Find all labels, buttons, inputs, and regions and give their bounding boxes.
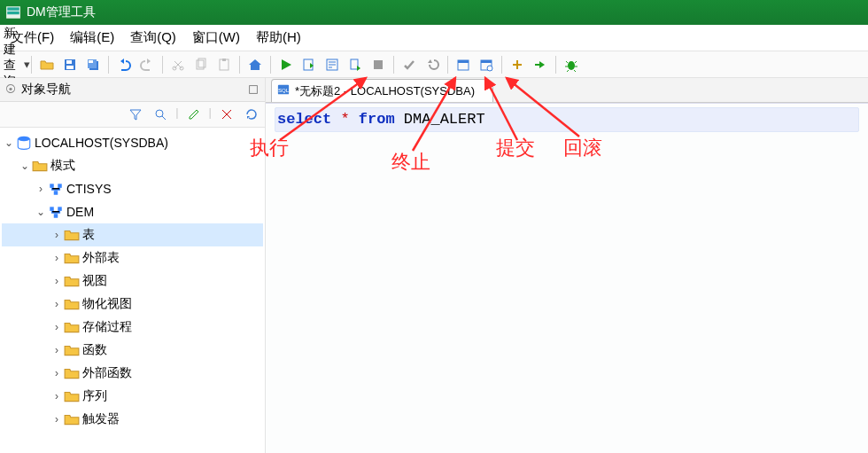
debug-button[interactable] <box>562 56 580 74</box>
editor-tab[interactable]: SQL *无标题2 - LOCALHOST(SYSDBA) <box>271 79 493 102</box>
restore-icon[interactable] <box>247 83 260 96</box>
sidebar-toolbar: | | <box>0 102 265 128</box>
save-button[interactable] <box>61 56 79 74</box>
svg-rect-1 <box>7 7 19 10</box>
svg-point-27 <box>156 110 163 117</box>
refresh-tree-button[interactable] <box>243 105 260 123</box>
svg-rect-2 <box>7 12 19 14</box>
commit-button[interactable] <box>400 56 418 74</box>
tree-dem-child[interactable]: ›存储过程 <box>2 316 263 339</box>
tree-ctisys-label: CTISYS <box>66 182 112 196</box>
pin-icon: ⦿ <box>5 83 16 96</box>
explain-plan-button[interactable] <box>323 56 341 74</box>
folder-icon <box>64 273 80 289</box>
svg-rect-31 <box>54 191 58 195</box>
menu-query[interactable]: 查询(Q) <box>125 26 182 50</box>
rollback-button[interactable] <box>423 56 441 74</box>
tree-dem-child-label: 序列 <box>82 388 107 404</box>
kw-select: select <box>277 111 331 128</box>
paste-button[interactable] <box>215 56 233 74</box>
database-icon <box>16 135 32 151</box>
svg-point-28 <box>18 137 30 142</box>
tree-dem-child-label: 物化视图 <box>82 296 132 312</box>
sidebar-header: ⦿ 对象导航 <box>0 78 265 102</box>
calendar1-button[interactable] <box>454 56 472 74</box>
execute-script-button[interactable] <box>300 56 318 74</box>
edit-tree-button[interactable] <box>185 105 203 123</box>
tree-dem-child[interactable]: ›外部函数 <box>2 362 263 385</box>
tree-root[interactable]: ⌄ LOCALHOST(SYSDBA) <box>2 131 263 154</box>
tree-dem-child[interactable]: ›视图 <box>2 269 263 293</box>
object-tree[interactable]: ⌄ LOCALHOST(SYSDBA) ⌄ 模式 › CTISYS ⌄ DEM … <box>0 128 265 453</box>
svg-point-25 <box>568 61 575 70</box>
svg-rect-6 <box>66 66 74 69</box>
expand-all-button[interactable] <box>218 105 236 123</box>
tree-dem[interactable]: ⌄ DEM <box>2 200 263 223</box>
svg-rect-19 <box>374 60 383 69</box>
sidebar-title: 对象导航 <box>21 82 71 98</box>
tree-schema-group[interactable]: ⌄ 模式 <box>2 154 263 177</box>
schema-icon <box>48 204 64 220</box>
redo-button[interactable] <box>138 56 156 74</box>
svg-point-24 <box>487 66 492 71</box>
search-tree-button[interactable] <box>151 105 169 123</box>
stop-button[interactable] <box>369 56 387 74</box>
svg-rect-34 <box>54 214 58 218</box>
titlebar: DM管理工具 <box>0 0 868 25</box>
app-logo-icon <box>5 4 21 20</box>
folder-icon <box>64 342 80 358</box>
sql-editor[interactable]: select * from DMA_ALERT <box>266 103 868 453</box>
tree-root-label: LOCALHOST(SYSDBA) <box>35 136 168 150</box>
tree-dem-child-label: 存储过程 <box>82 319 132 335</box>
menu-help[interactable]: 帮助(H) <box>251 26 306 50</box>
undo-button[interactable] <box>115 56 133 74</box>
tree-dem-child-label: 视图 <box>82 273 107 289</box>
folder-icon <box>64 365 80 381</box>
app-title: DM管理工具 <box>27 4 96 20</box>
tools1-button[interactable] <box>508 56 526 74</box>
folder-icon <box>64 250 80 266</box>
svg-rect-32 <box>50 207 54 211</box>
svg-rect-9 <box>89 60 93 63</box>
svg-rect-29 <box>50 184 54 188</box>
svg-rect-26 <box>250 86 258 94</box>
folder-icon <box>64 319 80 335</box>
sql-tab-icon: SQL <box>277 83 290 98</box>
tree-dem-child-label: 函数 <box>82 342 107 358</box>
star: * <box>340 111 349 128</box>
tree-dem-child[interactable]: ›表 <box>2 223 263 246</box>
svg-text:SQL: SQL <box>278 87 290 93</box>
execute-button[interactable] <box>277 56 295 74</box>
cut-button[interactable] <box>169 56 187 74</box>
tree-ctisys[interactable]: › CTISYS <box>2 177 263 200</box>
new-query-button[interactable]: 新建查询(N) ▾ <box>6 56 24 74</box>
run-to-button[interactable] <box>531 56 549 74</box>
folder-icon <box>64 227 80 243</box>
svg-rect-30 <box>58 184 62 188</box>
schema-icon <box>48 181 64 197</box>
open-file-button[interactable] <box>38 56 56 74</box>
table-ident: DMA_ALERT <box>404 111 485 128</box>
tree-dem-child[interactable]: ›触发器 <box>2 408 263 431</box>
menu-edit[interactable]: 编辑(E) <box>65 26 120 50</box>
folder-icon <box>64 411 80 427</box>
svg-rect-23 <box>481 60 492 63</box>
tree-dem-child[interactable]: ›序列 <box>2 385 263 408</box>
editor-tabs: SQL *无标题2 - LOCALHOST(SYSDBA) <box>266 78 868 103</box>
tree-dem-child-label: 外部函数 <box>82 365 132 381</box>
copy-button[interactable] <box>192 56 210 74</box>
calendar2-button[interactable] <box>477 56 495 74</box>
editor-tab-title: *无标题2 - LOCALHOST(SYSDBA) <box>295 83 475 99</box>
save-all-button[interactable] <box>84 56 102 74</box>
chevron-down-icon: ▾ <box>24 58 30 71</box>
home-button[interactable] <box>246 56 264 74</box>
menu-window[interactable]: 窗口(W) <box>187 26 245 50</box>
tree-dem-child[interactable]: ›物化视图 <box>2 293 263 316</box>
export-button[interactable] <box>346 56 364 74</box>
filter-button[interactable] <box>127 105 144 123</box>
tree-dem-child-label: 表 <box>82 227 95 243</box>
folder-open-icon <box>32 158 48 174</box>
tree-dem-child[interactable]: ›函数 <box>2 339 263 362</box>
tree-dem-child[interactable]: ›外部表 <box>2 246 263 269</box>
tree-dem-child-label: 外部表 <box>82 250 120 266</box>
